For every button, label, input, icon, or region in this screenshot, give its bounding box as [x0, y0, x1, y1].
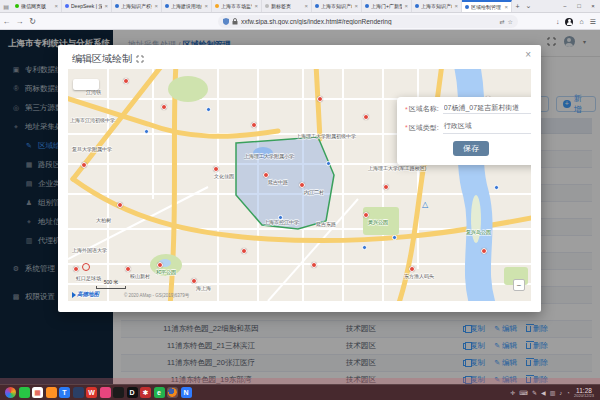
notes-icon[interactable]: N [181, 387, 192, 398]
browser-tab[interactable]: 区域绘制管理× [462, 0, 512, 12]
music-icon[interactable] [100, 387, 111, 398]
poi-marker-icon[interactable] [263, 172, 269, 178]
tray-icon-4[interactable]: ▥ [550, 389, 556, 396]
poi-marker-icon[interactable] [81, 162, 87, 168]
map-label: 大柏树 [96, 217, 111, 223]
poi-marker-icon[interactable] [161, 104, 167, 110]
zoom-out-button[interactable]: − [513, 279, 525, 291]
tab-close-icon[interactable]: × [204, 3, 208, 9]
reader-icon[interactable]: ✱ [140, 387, 151, 398]
terminal-icon[interactable] [113, 387, 124, 398]
reload-button[interactable]: ↻ [26, 17, 39, 26]
tim-icon[interactable]: T [59, 387, 70, 398]
tray-icon-1[interactable]: ⌨ [519, 389, 528, 396]
tab-close-icon[interactable]: × [304, 3, 308, 9]
browser-tab[interactable]: 上海市市场监管局× [212, 0, 262, 12]
poi-marker-icon[interactable] [157, 262, 163, 268]
privacy-app-icon[interactable] [73, 387, 84, 398]
minimize-button[interactable]: − [558, 0, 572, 12]
download-icon[interactable]: ↓ [556, 18, 560, 25]
tab-close-icon[interactable]: × [454, 3, 458, 9]
app-store-icon[interactable]: ▦ [32, 387, 43, 398]
poi-marker-blue-icon[interactable] [362, 245, 367, 250]
triangle-marker-icon[interactable]: △ [422, 201, 428, 209]
browser-tab[interactable]: 上海市知识产权信息× [412, 0, 462, 12]
poi-marker-blue-icon[interactable] [392, 235, 397, 240]
expand-icon[interactable] [136, 55, 144, 63]
poi-marker-icon[interactable] [311, 262, 317, 268]
tray-icon-3[interactable]: ◀ [541, 389, 546, 396]
browser-urlbar: ← → ↻ xxfw.sipa.sh.gov.cn/gis/index.html… [0, 13, 600, 30]
poi-marker-icon[interactable] [251, 122, 257, 128]
poi-marker-icon[interactable] [409, 266, 415, 272]
poi-marker-icon[interactable] [191, 278, 197, 284]
poi-marker-blue-icon[interactable] [494, 185, 499, 190]
tab-close-icon[interactable]: × [404, 3, 408, 9]
poi-marker-icon[interactable] [317, 96, 323, 102]
browser-tab[interactable]: DeepSeek | 深度× [62, 0, 112, 12]
poi-marker-icon[interactable] [481, 248, 487, 254]
poi-marker-blue-icon[interactable] [144, 129, 149, 134]
desktop-taskbar: ▦TWD✱eN ✛⌨✎◀▥♪◔ 11:28 2020/12/23 [0, 384, 600, 400]
dingtalk-icon[interactable]: D [127, 387, 138, 398]
browser-tab[interactable]: 新标签页× [262, 0, 312, 12]
tab-list-icon[interactable]: ▤ [0, 0, 12, 12]
tab-close-icon[interactable]: × [254, 3, 258, 9]
home-icon[interactable]: ⌂ [579, 18, 583, 25]
region-name-input[interactable] [443, 104, 531, 114]
map-canvas[interactable]: 江湾镇上海市江湾初级中学复旦大学附属中学上海外国语大学大柏树虹口足球场鞍山新村和… [68, 69, 531, 301]
browser-tab[interactable]: 上海市知识产权信息× [312, 0, 362, 12]
launcher-icon[interactable] [5, 387, 16, 398]
browser-tab[interactable]: 微信网页版× [12, 0, 62, 12]
wps-icon[interactable]: W [86, 387, 97, 398]
poi-marker-blue-icon[interactable] [326, 161, 331, 166]
save-button[interactable]: 保存 [453, 141, 489, 156]
tab-close-icon[interactable]: × [104, 3, 108, 9]
address-bar[interactable]: xxfw.sipa.sh.gov.cn/gis/index.html#/regi… [218, 15, 518, 28]
tray-icon-2[interactable]: ✎ [532, 389, 537, 396]
stadium-marker-icon[interactable] [82, 263, 90, 271]
poi-marker-icon[interactable] [213, 166, 219, 172]
tab-close-icon[interactable]: × [154, 3, 158, 9]
poi-marker-icon[interactable] [125, 266, 131, 272]
forward-button[interactable]: → [13, 17, 26, 26]
tab-close-icon[interactable]: × [504, 4, 508, 10]
dialog-close-icon[interactable]: × [525, 49, 531, 60]
browser-tab[interactable]: 上海建设用地信息× [162, 0, 212, 12]
wechat-icon[interactable] [19, 387, 30, 398]
tray-icon-5[interactable]: ♪ [559, 390, 562, 396]
menu-icon[interactable]: ☰ [590, 18, 596, 26]
poi-marker-blue-icon[interactable] [206, 107, 211, 112]
poi-marker-icon[interactable] [299, 182, 305, 188]
map-draw-tool[interactable] [73, 79, 99, 90]
firefox-icon[interactable] [167, 387, 178, 398]
poi-marker-icon[interactable] [363, 114, 369, 120]
browser-tab[interactable]: 上海知识产权信息× [112, 0, 162, 12]
poi-marker-icon[interactable] [241, 248, 247, 254]
new-tab-button[interactable]: + [512, 0, 523, 12]
scale-label: 500 米 [104, 279, 119, 285]
poi-marker-icon[interactable] [73, 266, 79, 272]
tab-close-icon[interactable]: × [354, 3, 358, 9]
poi-marker-icon[interactable] [117, 202, 123, 208]
maximize-button[interactable]: □ [572, 0, 586, 12]
tab-dropdown-icon[interactable]: ⌄ [523, 0, 534, 12]
map-label: 内江二村 [304, 189, 324, 195]
poi-marker-icon[interactable] [363, 212, 369, 218]
taskbar-clock[interactable]: 11:28 2020/12/23 [574, 387, 600, 399]
region-type-select[interactable]: 行政区域 ∨ [443, 121, 531, 134]
swap-icon[interactable]: ⇄ [500, 18, 505, 25]
tray-icon-0[interactable]: ✛ [510, 389, 515, 396]
poi-marker-icon[interactable] [123, 78, 129, 84]
tab-close-icon[interactable]: × [54, 3, 58, 9]
browser-tab[interactable]: 上海门+广新型产业× [362, 0, 412, 12]
tray-icon-6[interactable]: ◔ [566, 390, 570, 396]
back-button[interactable]: ← [0, 17, 13, 26]
close-window-button[interactable]: × [586, 0, 600, 12]
bookmark-star-icon[interactable]: ☆ [508, 18, 513, 25]
file-manager-icon[interactable] [46, 387, 57, 398]
profile-icon[interactable] [565, 18, 573, 26]
browser-green-icon[interactable]: e [154, 387, 165, 398]
region-name-row: * 区域名称: [405, 104, 531, 114]
poi-marker-icon[interactable] [383, 184, 389, 190]
